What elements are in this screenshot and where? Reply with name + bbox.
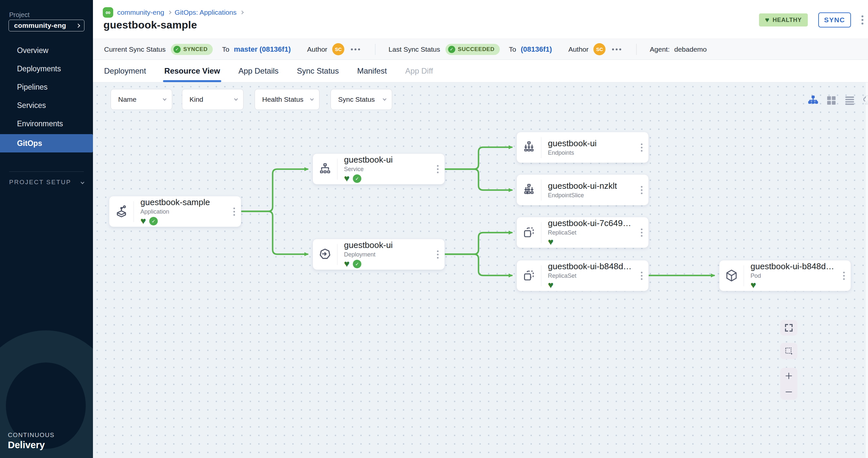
node-kind: ReplicaSet [548, 229, 634, 236]
node-more-icon[interactable] [641, 271, 643, 280]
node-title: guestbook-ui-7c64987dc9 [548, 218, 634, 228]
node-more-icon[interactable] [641, 143, 643, 152]
brand-line-delivery: Delivery [8, 439, 55, 451]
sidebar-nav: Overview Deployments Pipelines Services … [0, 41, 93, 154]
main-area: ∞ community-eng GitOps: Applications gue… [93, 0, 868, 458]
node-more-icon[interactable] [843, 271, 845, 280]
node-endpoints-guestbook-ui[interactable]: guestbook-ui Endpoints [517, 132, 649, 163]
filter-kind-dropdown[interactable]: Kind [182, 89, 244, 110]
commit-more-icon[interactable] [351, 48, 360, 51]
breadcrumb-separator-icon [240, 10, 244, 14]
node-application-guestbook-sample[interactable]: guestbook-sample Application ♥ ✓ [109, 196, 241, 227]
chevron-right-icon [76, 24, 80, 28]
sidebar-item-services[interactable]: Services [0, 96, 93, 115]
pod-icon [719, 268, 744, 283]
gitops-infinity-icon: ∞ [103, 7, 113, 18]
fullscreen-button[interactable] [780, 320, 797, 336]
to-label: To [222, 45, 229, 53]
view-toggle-group [807, 95, 868, 106]
node-more-icon[interactable] [641, 186, 643, 194]
tab-sync-status[interactable]: Sync Status [297, 60, 339, 82]
filter-bar: Name Kind Health Status Sync Status [111, 89, 392, 110]
project-selector[interactable]: community-eng [8, 20, 85, 31]
commit-more-icon[interactable] [612, 48, 621, 51]
sync-button[interactable]: SYNC [818, 12, 851, 28]
filter-health-status-dropdown[interactable]: Health Status [255, 89, 319, 110]
node-kind: Deployment [344, 251, 393, 258]
to-label: To [509, 45, 516, 53]
agent-value: debademo [674, 45, 707, 53]
node-more-icon[interactable] [437, 250, 439, 258]
more-options-icon[interactable] [862, 15, 863, 25]
node-more-icon[interactable] [641, 228, 643, 236]
zoom-control [780, 368, 797, 400]
project-selector-value: community-eng [14, 22, 66, 29]
endpoints-icon [517, 140, 541, 155]
author-label: Author [307, 45, 327, 53]
list-view-icon[interactable] [844, 95, 856, 106]
node-replicaset-guestbook-ui-7c64987dc9[interactable]: guestbook-ui-7c64987dc9 ReplicaSet ♥ [517, 217, 649, 248]
service-icon [313, 162, 337, 177]
node-endpointslice-guestbook-ui-nzklt[interactable]: guestbook-ui-nzklt EndpointSlice [517, 174, 649, 205]
last-sync-status-label: Last Sync Status [389, 45, 440, 53]
node-kind: Endpoints [548, 150, 597, 156]
marquee-zoom-button[interactable] [780, 343, 797, 359]
sidebar-item-gitops[interactable]: GitOps [0, 134, 93, 153]
brand-line-continuous: CONTINUOUS [8, 431, 55, 439]
sidebar: Project community-eng Overview Deploymen… [0, 0, 93, 458]
tab-resource-view[interactable]: Resource View [164, 60, 220, 82]
current-revision-link[interactable]: master (08136f1) [234, 45, 291, 54]
synced-check-icon: ✓ [353, 174, 361, 183]
node-title: guestbook-ui-b848d5d9d [548, 261, 634, 271]
zoom-out-button[interactable] [780, 384, 797, 399]
tree-view-icon[interactable] [807, 95, 819, 106]
filter-sync-status-dropdown[interactable]: Sync Status [331, 89, 392, 110]
status-divider [375, 44, 375, 55]
current-sync-status-label: Current Sync Status [104, 45, 165, 53]
breadcrumb-project-link[interactable]: community-eng [117, 8, 164, 17]
node-more-icon[interactable] [437, 165, 439, 173]
scrollbar-track[interactable] [866, 83, 868, 458]
replicaset-icon [517, 225, 541, 240]
application-icon [109, 204, 133, 219]
sidebar-item-pipelines[interactable]: Pipelines [0, 78, 93, 96]
node-more-icon[interactable] [234, 207, 235, 216]
tab-app-details[interactable]: App Details [238, 60, 279, 82]
tab-deployment[interactable]: Deployment [104, 60, 146, 82]
node-title: guestbook-ui-b848d5d9... [750, 261, 837, 271]
grid-view-icon[interactable] [826, 95, 837, 106]
zoom-in-button[interactable] [780, 368, 797, 384]
node-service-guestbook-ui[interactable]: guestbook-ui Service ♥ ✓ [313, 154, 445, 185]
node-title: guestbook-ui [344, 240, 393, 250]
status-divider [636, 44, 637, 55]
tab-manifest[interactable]: Manifest [357, 60, 387, 82]
node-pod-guestbook-ui-b848d5d9[interactable]: guestbook-ui-b848d5d9... Pod ♥ [719, 260, 851, 291]
healthy-heart-icon: ♥ [344, 259, 349, 269]
chevron-down-icon [310, 97, 314, 100]
heart-icon: ♥ [765, 16, 769, 24]
sidebar-item-environments[interactable]: Environments [0, 115, 93, 133]
last-revision-link[interactable]: (08136f1) [521, 45, 552, 54]
breadcrumb-applications-link[interactable]: GitOps: Applications [175, 8, 237, 17]
node-kind: Service [344, 166, 393, 173]
check-circle-icon: ✓ [448, 46, 455, 53]
node-deployment-guestbook-ui[interactable]: guestbook-ui Deployment ♥ ✓ [313, 239, 445, 270]
author-avatar: SC [593, 43, 606, 55]
page-header: ∞ community-eng GitOps: Applications gue… [93, 0, 868, 39]
project-setup-toggle[interactable]: PROJECT SETUP [9, 178, 84, 186]
chevron-down-icon [81, 180, 84, 184]
node-kind: Pod [750, 272, 837, 280]
sidebar-item-overview[interactable]: Overview [0, 41, 93, 60]
tab-bar: Deployment Resource View App Details Syn… [93, 60, 868, 83]
resource-tree-canvas: Name Kind Health Status Sync Status [93, 83, 868, 458]
author-label: Author [568, 45, 588, 53]
deployment-icon [313, 247, 337, 262]
synced-badge: ✓ SYNCED [171, 44, 213, 55]
page-title: guestbook-sample [103, 19, 197, 31]
synced-check-icon: ✓ [353, 260, 361, 268]
node-replicaset-guestbook-ui-b848d5d9d[interactable]: guestbook-ui-b848d5d9d ReplicaSet ♥ [517, 260, 649, 291]
module-brand: CONTINUOUS Delivery [8, 431, 55, 451]
filter-name-dropdown[interactable]: Name [111, 89, 172, 110]
status-bar: Current Sync Status ✓ SYNCED To master (… [93, 39, 868, 60]
sidebar-item-deployments[interactable]: Deployments [0, 60, 93, 78]
